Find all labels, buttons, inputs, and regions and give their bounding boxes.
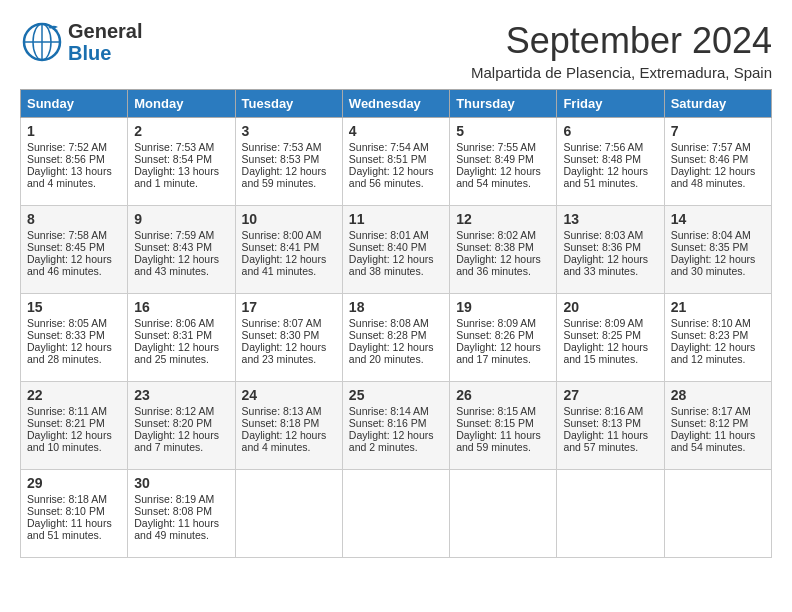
sunrise-text: Sunrise: 8:12 AM	[134, 405, 214, 417]
sunset-text: Sunset: 8:13 PM	[563, 417, 641, 429]
day-number: 15	[27, 299, 121, 315]
sunrise-text: Sunrise: 8:03 AM	[563, 229, 643, 241]
sunrise-text: Sunrise: 7:54 AM	[349, 141, 429, 153]
calendar-cell: 4Sunrise: 7:54 AMSunset: 8:51 PMDaylight…	[342, 118, 449, 206]
sunset-text: Sunset: 8:36 PM	[563, 241, 641, 253]
sunset-text: Sunset: 8:18 PM	[242, 417, 320, 429]
calendar-cell: 28Sunrise: 8:17 AMSunset: 8:12 PMDayligh…	[664, 382, 771, 470]
day-number: 18	[349, 299, 443, 315]
calendar-cell: 21Sunrise: 8:10 AMSunset: 8:23 PMDayligh…	[664, 294, 771, 382]
calendar-cell: 20Sunrise: 8:09 AMSunset: 8:25 PMDayligh…	[557, 294, 664, 382]
weekday-header-saturday: Saturday	[664, 90, 771, 118]
day-number: 20	[563, 299, 657, 315]
daylight-text: Daylight: 13 hours and 1 minute.	[134, 165, 219, 189]
daylight-text: Daylight: 12 hours and 25 minutes.	[134, 341, 219, 365]
daylight-text: Daylight: 11 hours and 57 minutes.	[563, 429, 648, 453]
day-number: 11	[349, 211, 443, 227]
daylight-text: Daylight: 12 hours and 33 minutes.	[563, 253, 648, 277]
sunrise-text: Sunrise: 8:09 AM	[456, 317, 536, 329]
calendar-week-row: 1Sunrise: 7:52 AMSunset: 8:56 PMDaylight…	[21, 118, 772, 206]
title-area: September 2024 Malpartida de Plasencia, …	[471, 20, 772, 81]
weekday-header-tuesday: Tuesday	[235, 90, 342, 118]
weekday-header-sunday: Sunday	[21, 90, 128, 118]
day-number: 3	[242, 123, 336, 139]
daylight-text: Daylight: 12 hours and 2 minutes.	[349, 429, 434, 453]
day-number: 4	[349, 123, 443, 139]
daylight-text: Daylight: 11 hours and 51 minutes.	[27, 517, 112, 541]
sunrise-text: Sunrise: 7:57 AM	[671, 141, 751, 153]
daylight-text: Daylight: 12 hours and 56 minutes.	[349, 165, 434, 189]
location-subtitle: Malpartida de Plasencia, Extremadura, Sp…	[471, 64, 772, 81]
calendar-cell: 1Sunrise: 7:52 AMSunset: 8:56 PMDaylight…	[21, 118, 128, 206]
day-number: 6	[563, 123, 657, 139]
sunrise-text: Sunrise: 8:13 AM	[242, 405, 322, 417]
weekday-header-monday: Monday	[128, 90, 235, 118]
sunset-text: Sunset: 8:25 PM	[563, 329, 641, 341]
day-number: 26	[456, 387, 550, 403]
calendar-cell: 24Sunrise: 8:13 AMSunset: 8:18 PMDayligh…	[235, 382, 342, 470]
sunrise-text: Sunrise: 8:02 AM	[456, 229, 536, 241]
calendar-cell: 6Sunrise: 7:56 AMSunset: 8:48 PMDaylight…	[557, 118, 664, 206]
daylight-text: Daylight: 12 hours and 10 minutes.	[27, 429, 112, 453]
sunset-text: Sunset: 8:31 PM	[134, 329, 212, 341]
daylight-text: Daylight: 12 hours and 12 minutes.	[671, 341, 756, 365]
calendar-cell: 10Sunrise: 8:00 AMSunset: 8:41 PMDayligh…	[235, 206, 342, 294]
sunset-text: Sunset: 8:56 PM	[27, 153, 105, 165]
day-number: 19	[456, 299, 550, 315]
calendar-cell: 5Sunrise: 7:55 AMSunset: 8:49 PMDaylight…	[450, 118, 557, 206]
month-title: September 2024	[471, 20, 772, 62]
calendar-week-row: 15Sunrise: 8:05 AMSunset: 8:33 PMDayligh…	[21, 294, 772, 382]
day-number: 5	[456, 123, 550, 139]
day-number: 22	[27, 387, 121, 403]
day-number: 27	[563, 387, 657, 403]
sunrise-text: Sunrise: 8:04 AM	[671, 229, 751, 241]
calendar-week-row: 29Sunrise: 8:18 AMSunset: 8:10 PMDayligh…	[21, 470, 772, 558]
daylight-text: Daylight: 12 hours and 38 minutes.	[349, 253, 434, 277]
calendar-cell: 18Sunrise: 8:08 AMSunset: 8:28 PMDayligh…	[342, 294, 449, 382]
day-number: 8	[27, 211, 121, 227]
sunrise-text: Sunrise: 8:08 AM	[349, 317, 429, 329]
sunset-text: Sunset: 8:26 PM	[456, 329, 534, 341]
day-number: 21	[671, 299, 765, 315]
sunrise-text: Sunrise: 8:06 AM	[134, 317, 214, 329]
daylight-text: Daylight: 12 hours and 36 minutes.	[456, 253, 541, 277]
day-number: 1	[27, 123, 121, 139]
calendar-cell	[342, 470, 449, 558]
calendar-cell: 27Sunrise: 8:16 AMSunset: 8:13 PMDayligh…	[557, 382, 664, 470]
sunrise-text: Sunrise: 8:01 AM	[349, 229, 429, 241]
daylight-text: Daylight: 12 hours and 46 minutes.	[27, 253, 112, 277]
sunset-text: Sunset: 8:43 PM	[134, 241, 212, 253]
sunset-text: Sunset: 8:21 PM	[27, 417, 105, 429]
daylight-text: Daylight: 12 hours and 4 minutes.	[242, 429, 327, 453]
daylight-text: Daylight: 12 hours and 59 minutes.	[242, 165, 327, 189]
sunrise-text: Sunrise: 8:18 AM	[27, 493, 107, 505]
calendar-cell: 26Sunrise: 8:15 AMSunset: 8:15 PMDayligh…	[450, 382, 557, 470]
calendar-week-row: 8Sunrise: 7:58 AMSunset: 8:45 PMDaylight…	[21, 206, 772, 294]
daylight-text: Daylight: 12 hours and 7 minutes.	[134, 429, 219, 453]
sunset-text: Sunset: 8:54 PM	[134, 153, 212, 165]
sunrise-text: Sunrise: 7:53 AM	[242, 141, 322, 153]
calendar-cell: 19Sunrise: 8:09 AMSunset: 8:26 PMDayligh…	[450, 294, 557, 382]
calendar-cell	[557, 470, 664, 558]
daylight-text: Daylight: 12 hours and 15 minutes.	[563, 341, 648, 365]
sunset-text: Sunset: 8:48 PM	[563, 153, 641, 165]
sunrise-text: Sunrise: 7:53 AM	[134, 141, 214, 153]
daylight-text: Daylight: 12 hours and 17 minutes.	[456, 341, 541, 365]
day-number: 16	[134, 299, 228, 315]
logo: General Blue	[20, 20, 142, 64]
calendar-week-row: 22Sunrise: 8:11 AMSunset: 8:21 PMDayligh…	[21, 382, 772, 470]
day-number: 10	[242, 211, 336, 227]
calendar-cell	[450, 470, 557, 558]
sunrise-text: Sunrise: 7:55 AM	[456, 141, 536, 153]
calendar-cell: 17Sunrise: 8:07 AMSunset: 8:30 PMDayligh…	[235, 294, 342, 382]
day-number: 25	[349, 387, 443, 403]
calendar-cell	[235, 470, 342, 558]
sunset-text: Sunset: 8:45 PM	[27, 241, 105, 253]
sunrise-text: Sunrise: 8:00 AM	[242, 229, 322, 241]
weekday-header-friday: Friday	[557, 90, 664, 118]
day-number: 29	[27, 475, 121, 491]
calendar-cell: 29Sunrise: 8:18 AMSunset: 8:10 PMDayligh…	[21, 470, 128, 558]
sunset-text: Sunset: 8:40 PM	[349, 241, 427, 253]
calendar-cell: 3Sunrise: 7:53 AMSunset: 8:53 PMDaylight…	[235, 118, 342, 206]
sunrise-text: Sunrise: 8:15 AM	[456, 405, 536, 417]
